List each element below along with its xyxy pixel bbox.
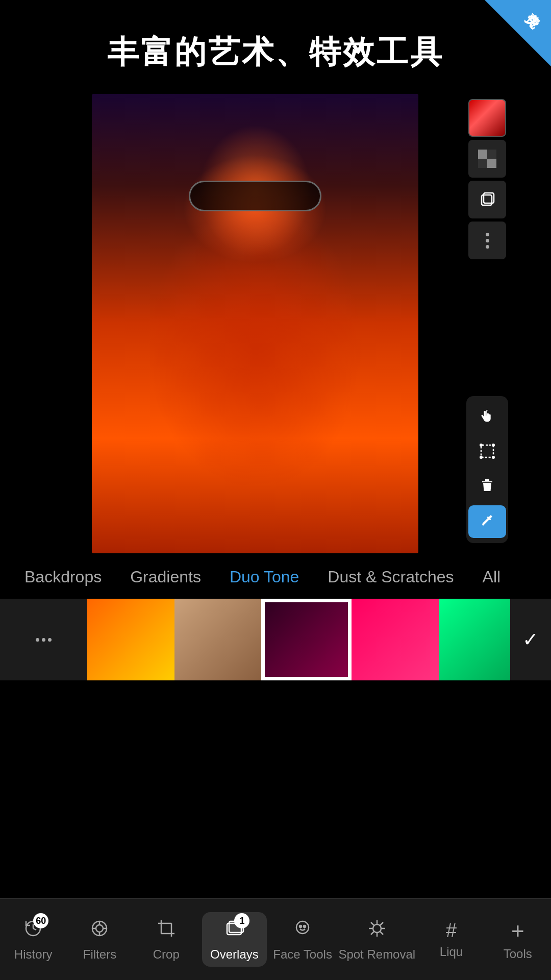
svg-point-14 bbox=[96, 925, 103, 932]
swatch-tan[interactable] bbox=[174, 599, 262, 680]
nav-liqu-label: Liqu bbox=[440, 945, 463, 959]
nav-facetools-label: Face Tools bbox=[273, 947, 332, 962]
nav-history[interactable]: 60 History bbox=[3, 917, 64, 962]
svg-point-27 bbox=[304, 925, 306, 927]
duplicate-button[interactable] bbox=[468, 181, 506, 218]
nav-liqu[interactable]: # Liqu bbox=[420, 920, 482, 959]
main-image bbox=[92, 94, 418, 553]
badge-text: 免费 bbox=[539, 3, 551, 16]
checkerboard-button[interactable] bbox=[468, 140, 506, 178]
svg-point-28 bbox=[373, 924, 381, 933]
svg-rect-0 bbox=[478, 150, 487, 159]
nav-spotremoval-label: Spot Removal bbox=[338, 947, 415, 962]
svg-point-8 bbox=[492, 444, 495, 447]
confirm-button[interactable]: ✓ bbox=[510, 599, 551, 680]
svg-rect-1 bbox=[487, 159, 496, 168]
history-badge: 60 bbox=[33, 913, 48, 928]
swatch-menu[interactable] bbox=[0, 599, 87, 680]
page-title: 丰富的艺术、特效工具 bbox=[0, 0, 551, 94]
swatches-container: ✓ bbox=[0, 599, 551, 680]
svg-point-25 bbox=[296, 921, 309, 934]
svg-rect-5 bbox=[484, 193, 494, 203]
tab-backdrops[interactable]: Backdrops bbox=[10, 564, 116, 591]
tab-all[interactable]: All bbox=[468, 564, 515, 591]
overlays-badge: 1 bbox=[234, 913, 249, 928]
nav-spotremoval[interactable]: Spot Removal bbox=[338, 917, 415, 962]
bottom-navigation: 60 History Filters Crop bbox=[0, 898, 551, 980]
nav-filters[interactable]: Filters bbox=[69, 917, 130, 962]
swatch-darkred[interactable] bbox=[261, 599, 352, 680]
svg-rect-3 bbox=[478, 159, 487, 168]
tab-dustscratches[interactable]: Dust & Scratches bbox=[313, 564, 468, 591]
nav-crop[interactable]: Crop bbox=[136, 917, 197, 962]
eyedropper-button[interactable] bbox=[468, 505, 506, 538]
svg-rect-6 bbox=[481, 445, 493, 457]
svg-point-26 bbox=[299, 925, 302, 927]
nav-facetools[interactable]: Face Tools bbox=[272, 917, 333, 962]
svg-rect-2 bbox=[487, 150, 496, 159]
svg-line-33 bbox=[371, 922, 374, 925]
svg-point-9 bbox=[480, 456, 483, 459]
hand-tool-button[interactable] bbox=[468, 400, 506, 433]
svg-point-7 bbox=[480, 444, 483, 447]
tab-duotone[interactable]: Duo Tone bbox=[215, 564, 313, 591]
nav-history-label: History bbox=[14, 947, 53, 962]
nav-overlays-label: Overlays bbox=[210, 947, 259, 962]
tab-gradients[interactable]: Gradients bbox=[116, 564, 215, 591]
delete-button[interactable] bbox=[468, 470, 506, 502]
svg-point-10 bbox=[492, 456, 495, 459]
color-swatch-button[interactable] bbox=[468, 99, 506, 137]
tools-icon: + bbox=[511, 918, 524, 943]
transform-button[interactable] bbox=[468, 435, 506, 468]
liqu-icon: # bbox=[446, 920, 457, 941]
nav-crop-label: Crop bbox=[153, 947, 180, 962]
more-options-button[interactable] bbox=[468, 222, 506, 259]
svg-line-36 bbox=[371, 932, 374, 935]
right-toolbar bbox=[464, 94, 510, 553]
svg-line-34 bbox=[380, 932, 383, 935]
nav-overlays[interactable]: 1 Overlays bbox=[202, 912, 267, 967]
nav-tools-label: Tools bbox=[504, 947, 532, 961]
nav-filters-label: Filters bbox=[83, 947, 116, 962]
svg-line-35 bbox=[380, 922, 383, 925]
swatch-greenteal[interactable] bbox=[439, 599, 510, 680]
swatch-hotpink[interactable] bbox=[352, 599, 439, 680]
category-tabs-container: Backdrops Gradients Duo Tone Dust & Scra… bbox=[0, 553, 551, 599]
main-image-container bbox=[92, 94, 418, 553]
nav-tools[interactable]: + Tools bbox=[487, 918, 548, 961]
svg-line-12 bbox=[33, 928, 36, 930]
swatch-orange[interactable] bbox=[87, 599, 174, 680]
